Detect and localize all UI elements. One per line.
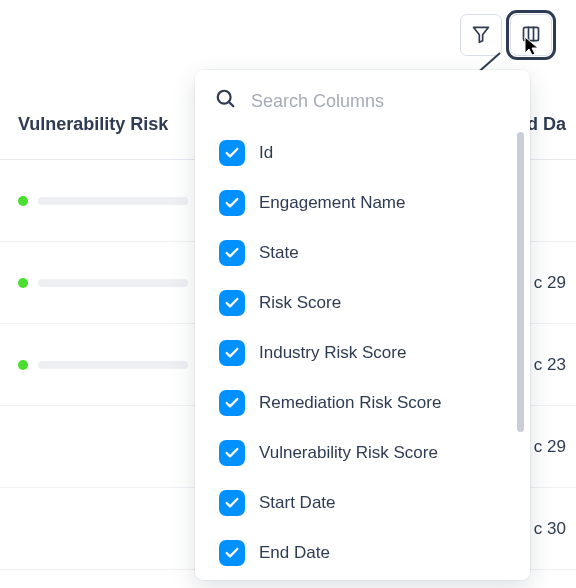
svg-rect-1 [524,27,539,40]
filter-button[interactable] [460,14,502,56]
column-option[interactable]: Industry Risk Score [219,328,510,378]
column-option[interactable]: Vulnerability Risk Score [219,428,510,478]
columns-icon [521,24,541,47]
search-icon [215,88,237,114]
filter-icon [471,24,491,47]
toolbar [460,14,552,56]
cell-right: c 29 [534,437,566,457]
column-header-right[interactable]: d Da [527,114,576,135]
column-header-left[interactable]: Vulnerability Risk [18,114,168,135]
score-bar [38,279,188,287]
column-option-label: Industry Risk Score [259,343,406,363]
checkbox-checked-icon[interactable] [219,190,245,216]
column-option-label: Start Date [259,493,336,513]
column-option-label: State [259,243,299,263]
cell-right: c 29 [534,273,566,293]
column-option-label: Vulnerability Risk Score [259,443,438,463]
cell-right: c 30 [534,519,566,539]
checkbox-checked-icon[interactable] [219,540,245,566]
score-bar [38,361,188,369]
status-dot-icon [18,360,28,370]
checkbox-checked-icon[interactable] [219,340,245,366]
status-dot-icon [18,196,28,206]
column-option-label: End Date [259,543,330,563]
columns-button[interactable] [510,14,552,56]
scrollbar[interactable] [517,132,524,432]
cell-right: c 23 [534,355,566,375]
checkbox-checked-icon[interactable] [219,140,245,166]
column-option-label: Id [259,143,273,163]
column-option[interactable]: Remediation Risk Score [219,378,510,428]
svg-marker-0 [474,27,489,42]
checkbox-checked-icon[interactable] [219,490,245,516]
column-option[interactable]: Engagement Name [219,178,510,228]
svg-line-6 [229,102,234,107]
checkbox-checked-icon[interactable] [219,240,245,266]
checkbox-checked-icon[interactable] [219,390,245,416]
checkbox-checked-icon[interactable] [219,290,245,316]
column-option-label: Engagement Name [259,193,405,213]
score-bar [38,197,188,205]
column-option[interactable]: Risk Score [219,278,510,328]
column-option[interactable]: State [219,228,510,278]
search-input[interactable] [251,91,510,112]
column-option-label: Risk Score [259,293,341,313]
column-option[interactable]: End Date [219,528,510,578]
column-option-label: Remediation Risk Score [259,393,441,413]
checkbox-checked-icon[interactable] [219,440,245,466]
column-option[interactable]: Start Date [219,478,510,528]
column-picker-panel: Id Engagement Name State Risk Score [195,70,530,580]
status-dot-icon [18,278,28,288]
column-list-container: Id Engagement Name State Risk Score [195,124,530,580]
column-option[interactable]: Id [219,128,510,178]
search-row [195,70,530,124]
column-list: Id Engagement Name State Risk Score [195,128,530,578]
